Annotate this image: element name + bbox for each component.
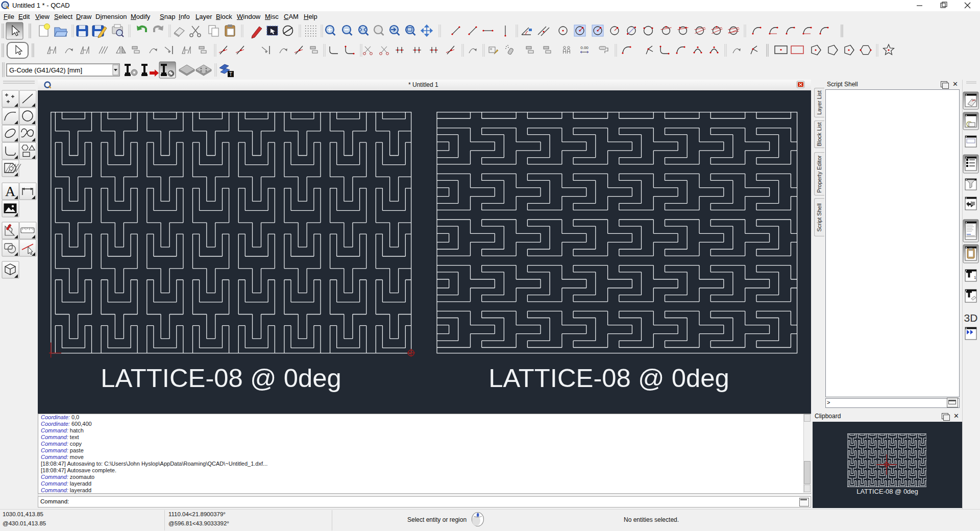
svg-text:LATTICE-08 @ 0deg: LATTICE-08 @ 0deg: [488, 364, 729, 393]
svg-text:LATTICE-08 @ 0deg: LATTICE-08 @ 0deg: [101, 364, 341, 393]
